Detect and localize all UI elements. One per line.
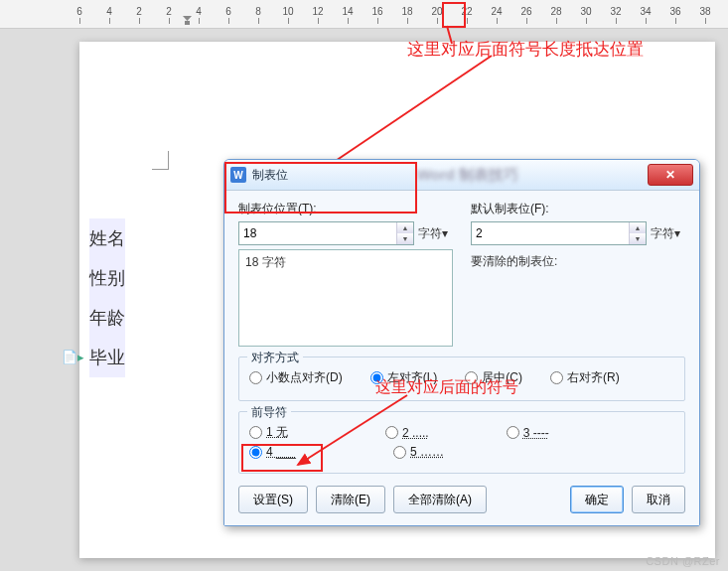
- cancel-button[interactable]: 取消: [632, 486, 685, 513]
- horizontal-ruler: 6422468101214161820222426283032343638: [0, 0, 728, 29]
- spinner-up-icon[interactable]: ▲: [630, 222, 646, 233]
- svg-marker-0: [183, 16, 192, 21]
- ruler-tick: 6: [76, 6, 82, 17]
- ruler-tick: 30: [580, 6, 591, 17]
- doc-line-3: 年龄: [89, 298, 125, 338]
- paragraph-mark-icon: 📄▸: [62, 350, 84, 364]
- ruler-tick: 32: [610, 6, 621, 17]
- annotation-text-2: 这里对应后面的符号: [375, 377, 518, 398]
- ruler-tick: 2: [166, 6, 172, 17]
- clear-button[interactable]: 清除(E): [316, 486, 385, 513]
- close-button[interactable]: ✕: [648, 164, 693, 186]
- watermark: CSDN @RZer: [646, 555, 720, 567]
- ruler-tick: 10: [282, 6, 293, 17]
- ruler-tick: 14: [342, 6, 353, 17]
- leader-1-radio[interactable]: 1 无: [249, 424, 288, 441]
- tab-position-unit[interactable]: 字符▾: [418, 225, 448, 242]
- leader-legend: 前导符: [247, 404, 291, 421]
- set-button[interactable]: 设置(S): [238, 486, 308, 513]
- default-tab-input-wrap: ▲▼: [471, 221, 647, 245]
- tab-position-input[interactable]: [239, 222, 396, 244]
- tab-stops-dialog: W 制表位 Word 制表技巧 ✕ 制表位位置(T): ▲▼ 字符▾ 18 字符: [223, 159, 700, 526]
- align-decimal-radio[interactable]: 小数点对齐(D): [249, 369, 343, 386]
- leader-group: 前导符 1 无 2 ..... 3 ---- 4 ___ 5 ……: [238, 411, 685, 474]
- ruler-tick: 26: [520, 6, 531, 17]
- annotation-highlight-position: [224, 162, 417, 214]
- tab-position-input-wrap: ▲▼: [238, 221, 414, 245]
- alignment-legend: 对齐方式: [247, 350, 303, 366]
- ok-button[interactable]: 确定: [570, 486, 624, 513]
- ruler-tick: 12: [312, 6, 323, 17]
- doc-line-1: 姓名: [89, 218, 125, 258]
- ruler-tick: 4: [196, 6, 202, 17]
- document-sample-text: 姓名 性别 年龄 毕业: [89, 218, 125, 377]
- indent-marker-icon[interactable]: [183, 16, 192, 25]
- gutter-icons: 📄▸: [62, 346, 84, 368]
- spinner-down-icon[interactable]: ▼: [630, 233, 646, 244]
- annotation-highlight-leader4: [241, 444, 323, 472]
- ruler-tick: 4: [106, 6, 112, 17]
- default-tab-unit[interactable]: 字符▾: [651, 225, 680, 242]
- ruler-tick: 20: [431, 6, 442, 17]
- doc-line-4: 毕业: [89, 338, 125, 377]
- clear-all-button[interactable]: 全部清除(A): [393, 486, 487, 513]
- ruler-tick: 34: [640, 6, 651, 17]
- leader-2-radio[interactable]: 2 .....: [385, 426, 429, 440]
- tab-position-list-item[interactable]: 18 字符: [245, 254, 446, 271]
- ruler-tick: 36: [669, 6, 680, 17]
- default-tab-label: 默认制表位(F):: [471, 201, 685, 217]
- ruler-tick: 2: [136, 6, 142, 17]
- ruler-tick: 24: [491, 6, 502, 17]
- ruler-tick: 16: [371, 6, 382, 17]
- ruler-tick: 28: [550, 6, 561, 17]
- leader-5-radio[interactable]: 5 ……: [393, 445, 444, 459]
- svg-rect-1: [185, 21, 190, 25]
- spinner-down-icon[interactable]: ▼: [397, 233, 413, 244]
- ruler-tick: 8: [255, 6, 261, 17]
- ruler-tick: 6: [225, 6, 231, 17]
- annotation-text-1: 这里对应后面符号长度抵达位置: [407, 38, 644, 61]
- ruler-tick: 18: [401, 6, 412, 17]
- annotation-highlight-ruler-18: [442, 2, 466, 28]
- align-right-radio[interactable]: 右对齐(R): [550, 369, 620, 386]
- margin-corner-icon: [152, 151, 169, 170]
- clear-tabs-label: 要清除的制表位:: [471, 253, 685, 270]
- tab-position-listbox[interactable]: 18 字符: [238, 249, 453, 347]
- spinner-up-icon[interactable]: ▲: [397, 222, 413, 233]
- ruler-tick: 38: [699, 6, 710, 17]
- leader-3-radio[interactable]: 3 ----: [507, 426, 549, 440]
- default-tab-input[interactable]: [472, 222, 629, 244]
- doc-line-2: 性别: [89, 258, 125, 298]
